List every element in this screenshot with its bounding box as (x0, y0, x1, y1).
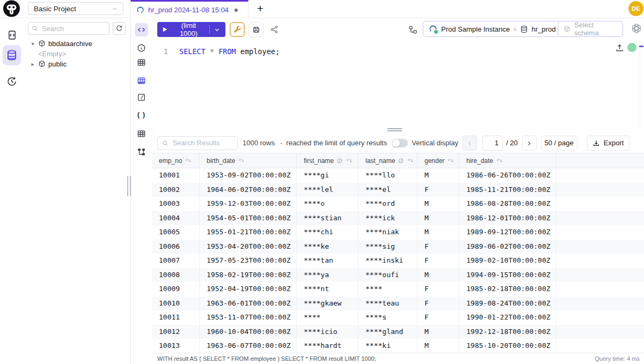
panel-resize-handle[interactable] (127, 176, 131, 196)
cell-first_name[interactable]: ****tan (297, 254, 358, 268)
cell-gender[interactable]: M (418, 339, 459, 353)
cell-gender[interactable]: F (418, 282, 459, 296)
cell-gender[interactable]: M (418, 211, 459, 226)
sql-code-editor[interactable]: 1 SELECT * FROM employee; (152, 41, 644, 130)
info-icon[interactable] (135, 41, 148, 55)
format-wrench-button[interactable] (230, 22, 245, 37)
cell-first_name[interactable]: ****ya (297, 268, 358, 283)
upload-script-icon[interactable] (615, 43, 624, 53)
chevron-down-icon[interactable] (214, 26, 221, 33)
cell-emp_no[interactable]: 10008 (152, 268, 200, 283)
page-size-selector[interactable]: 50 / page (541, 136, 577, 151)
cell-hire_date[interactable]: 1994-09-15T00:00:00Z (459, 268, 556, 283)
project-selector[interactable]: Basic Project (28, 2, 123, 15)
cell-first_name[interactable]: ****o (297, 197, 358, 211)
cell-emp_no[interactable]: 10009 (152, 282, 200, 296)
table-row[interactable]: 100071957-05-23T00:00:00Z****tan****insk… (152, 254, 644, 268)
sort-icon[interactable] (185, 157, 192, 164)
cell-emp_no[interactable]: 10002 (152, 183, 200, 197)
cell-emp_no[interactable]: 10003 (152, 197, 200, 211)
cell-emp_no[interactable]: 10005 (152, 225, 200, 240)
prev-page-button[interactable]: ‹ (463, 136, 477, 151)
next-page-button[interactable]: › (522, 136, 537, 151)
save-button[interactable] (248, 22, 264, 37)
table-row[interactable]: 100021964-06-02T00:00:00Z****lel****elF1… (152, 183, 644, 197)
user-avatar[interactable]: DE (628, 1, 643, 16)
refresh-button[interactable] (113, 22, 126, 35)
cell-birth_date[interactable]: 1964-06-02T00:00:00Z (200, 183, 297, 197)
cell-emp_no[interactable]: 10007 (152, 254, 200, 268)
cell-first_name[interactable]: ****stian (297, 211, 358, 226)
cell-birth_date[interactable]: 1963-06-07T00:00:00Z (200, 339, 297, 353)
cell-hire_date[interactable]: 1985-02-18T00:00:00Z (459, 282, 556, 296)
table-row[interactable]: 100011953-09-02T00:00:00Z****gi****lloM1… (152, 168, 644, 183)
cell-hire_date[interactable]: 1990-01-22T00:00:00Z (459, 310, 556, 325)
table-row[interactable]: 100111953-11-07T00:00:00Z********sF1990-… (152, 310, 644, 325)
cell-gender[interactable]: M (418, 268, 459, 283)
cell-first_name[interactable]: ****gi (297, 168, 358, 183)
cell-emp_no[interactable]: 10011 (152, 310, 200, 325)
cell-gender[interactable]: M (418, 197, 459, 211)
cell-emp_no[interactable]: 10004 (152, 211, 200, 226)
cell-hire_date[interactable]: 1989-02-10T00:00:00Z (459, 254, 556, 268)
table-row[interactable]: 100041954-05-01T00:00:00Z****stian****ic… (152, 211, 644, 226)
table-row[interactable]: 100031959-12-03T00:00:00Z****o****ordM19… (152, 197, 644, 211)
column-header-gender[interactable]: gender (418, 153, 459, 168)
column-header-emp_no[interactable]: emp_no (152, 153, 200, 168)
page-number-input[interactable] (482, 136, 503, 151)
navigator-search-input[interactable] (41, 24, 106, 33)
history-icon[interactable] (6, 76, 18, 87)
cell-birth_date[interactable]: 1953-04-20T00:00:00Z (200, 240, 297, 254)
sort-icon[interactable] (346, 157, 353, 164)
cell-first_name[interactable]: ****ke (297, 240, 358, 254)
new-tab-button[interactable]: + (253, 2, 267, 16)
column-header-hire_date[interactable]: hire_date (459, 153, 556, 168)
cell-emp_no[interactable]: 10012 (152, 325, 200, 339)
function-icon[interactable]: f (135, 91, 148, 104)
cell-last_name[interactable]: ****oufi (358, 268, 418, 283)
cell-last_name[interactable]: ****ick (358, 211, 418, 226)
sql-statement[interactable]: SELECT * FROM employee; (179, 47, 280, 56)
tree-item-public[interactable]: ▸ public (24, 58, 130, 69)
app-logo-icon[interactable] (3, 0, 20, 18)
cell-last_name[interactable]: ****inski (358, 254, 418, 268)
table-row[interactable]: 100091952-04-19T00:00:00Z****nt****F1985… (152, 282, 644, 296)
cell-first_name[interactable]: **** (297, 310, 358, 325)
caret-right-icon[interactable]: ▸ (30, 61, 35, 67)
cell-birth_date[interactable]: 1952-04-19T00:00:00Z (200, 282, 297, 296)
table-row[interactable]: 100061953-04-20T00:00:00Z****ke****sigF1… (152, 240, 644, 254)
parentheses-icon[interactable]: ( ) (135, 108, 148, 121)
cell-emp_no[interactable]: 10013 (152, 339, 200, 353)
cell-birth_date[interactable]: 1963-06-01T00:00:00Z (200, 296, 297, 311)
sort-icon[interactable] (238, 157, 245, 164)
cell-birth_date[interactable]: 1958-02-19T00:00:00Z (200, 268, 297, 283)
cell-birth_date[interactable]: 1953-09-02T00:00:00Z (200, 168, 297, 183)
tree-item-bbdataarchive[interactable]: ▾ bbdataarchive (24, 38, 130, 49)
table-row[interactable]: 100121960-10-04T00:00:00Z****icio****gla… (152, 325, 644, 339)
cell-birth_date[interactable]: 1959-12-03T00:00:00Z (200, 197, 297, 211)
cell-birth_date[interactable]: 1953-11-07T00:00:00Z (200, 310, 297, 325)
results-search-box[interactable] (157, 136, 238, 150)
cell-birth_date[interactable]: 1957-05-23T00:00:00Z (200, 254, 297, 268)
cell-last_name[interactable]: ****ki (358, 339, 418, 353)
sql-editor-file-icon[interactable] (6, 29, 18, 41)
cell-last_name[interactable]: ****gland (358, 325, 418, 339)
cell-first_name[interactable]: ****icio (297, 325, 358, 339)
cell-gender[interactable]: F (418, 240, 459, 254)
cell-last_name[interactable]: ****sig (358, 240, 418, 254)
schema-selector[interactable]: Select schema (558, 21, 623, 37)
grid-view-icon[interactable] (135, 56, 148, 69)
table-row[interactable]: 100081958-02-19T00:00:00Z****ya****oufiM… (152, 268, 644, 283)
cell-hire_date[interactable]: 1986-06-26T00:00:00Z (459, 168, 556, 183)
cell-gender[interactable]: M (418, 325, 459, 339)
cell-last_name[interactable]: ****s (358, 310, 418, 325)
er-diagram-icon[interactable] (135, 145, 148, 159)
cell-hire_date[interactable]: 1985-10-20T00:00:00Z (459, 339, 556, 353)
cell-last_name[interactable]: ****llo (358, 168, 418, 183)
table-row[interactable]: 100051955-01-21T00:00:00Z****chi****niak… (152, 225, 644, 240)
cell-hire_date[interactable]: 1989-08-24T00:00:00Z (459, 296, 556, 311)
cell-hire_date[interactable]: 1989-06-02T00:00:00Z (459, 240, 556, 254)
cell-hire_date[interactable]: 1992-12-18T00:00:00Z (459, 325, 556, 339)
vertical-display-toggle[interactable] (392, 139, 408, 147)
cell-first_name[interactable]: ****lel (297, 183, 358, 197)
